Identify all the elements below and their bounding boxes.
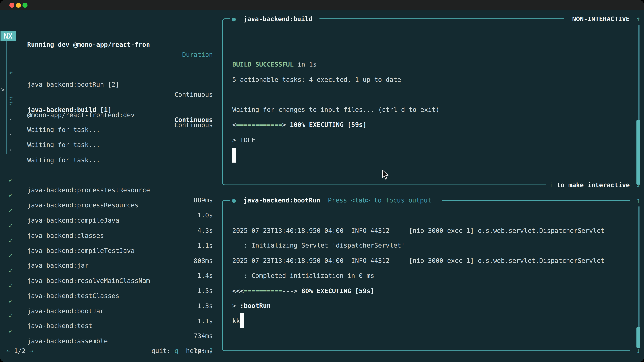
build-panel-title-line: [320, 18, 564, 19]
bootrun-panel-bottom-line: [230, 351, 630, 351]
quit-label: quit:: [152, 347, 170, 355]
scroll-down-arrow[interactable]: ↓: [634, 180, 643, 190]
task-duration: 734ms: [194, 331, 213, 341]
bootrun-progress-bar: <<<==========---> 80% EXECUTING [59s]: [232, 286, 374, 296]
task-row-done[interactable]: ✓ java-backend:assemble 774ms: [0, 316, 218, 326]
task-row-done[interactable]: ✓ java-backend:processResources 1.0s: [0, 180, 218, 190]
task-row-waiting-2[interactable]: · Waiting for task...: [0, 120, 218, 130]
sidebar-title: Running dev @mono-app/react-fron: [27, 39, 150, 50]
task-label: java-backend:assemble: [27, 336, 108, 346]
sidebar-header: Running dev @mono-app/react-fron Duratio…: [0, 29, 218, 39]
build-status-line: BUILD SUCCESSFUL in 1s: [232, 59, 317, 69]
page-next-arrow[interactable]: →: [29, 347, 33, 355]
waiting-changes-line: Waiting for changes to input files... (c…: [232, 105, 440, 115]
terminal-cursor: [240, 313, 244, 328]
panel-dot-icon: ●: [232, 197, 236, 204]
page-indicator: 1/2: [14, 347, 26, 355]
scrollbar-thumb[interactable]: [636, 327, 640, 348]
stdin-input-line[interactable]: kk: [232, 316, 240, 326]
interactive-hint: i to make interactive: [549, 180, 630, 190]
log-line: : Initializing Servlet 'dispatcherServle…: [232, 240, 405, 250]
log-line: : Completed initialization in 0 ms: [232, 271, 374, 281]
log-line: 2025-07-23T13:40:18.950-04:00 INFO 44312…: [232, 256, 604, 266]
close-button[interactable]: [10, 3, 14, 8]
progress-suffix: --->: [282, 287, 298, 295]
progress-suffix: >: [282, 121, 286, 128]
log-line: 2025-07-23T13:40:18.950-04:00 INFO 44312…: [232, 226, 604, 236]
page-prev-arrow[interactable]: ←: [6, 347, 10, 355]
task-row-done[interactable]: ✓ java-backend:resolveMainClassNam 1.5s: [0, 256, 218, 266]
mouse-cursor: [382, 170, 390, 180]
task-row-done[interactable]: ✓ java-backend:compileTestJava 808ms: [0, 226, 218, 236]
task-label: Waiting for task...: [27, 155, 100, 165]
progress-label: 100% EXECUTING [59s]: [290, 121, 366, 128]
zoom-button[interactable]: [22, 3, 28, 8]
window-titlebar: [0, 0, 644, 10]
task-row-done[interactable]: ✓ java-backend:test 734ms: [0, 301, 218, 311]
build-panel-frame: [222, 18, 230, 185]
focus-output-hint: Press <tab> to focus output: [328, 197, 432, 204]
progress-prefix: <: [232, 121, 236, 128]
task-row-waiting-3[interactable]: · Waiting for task...: [0, 135, 218, 145]
build-progress-bar: <============> 100% EXECUTING [59s]: [232, 120, 366, 130]
scroll-down-arrow[interactable]: ↓: [634, 346, 643, 356]
bootrun-panel-title-row[interactable]: ● java-backend:bootRun Press <tab> to fo…: [232, 195, 432, 205]
progress-prefix: <<<: [232, 287, 244, 295]
panel-dot-icon: ●: [232, 15, 236, 23]
help-key[interactable]: ?: [209, 347, 213, 355]
progress-fill: ============: [236, 121, 282, 128]
check-icon: ✓: [9, 326, 12, 336]
task-row-done[interactable]: ✓ java-backend:processTestResource 889ms: [0, 165, 218, 175]
terminal-cursor: [232, 148, 236, 163]
bootrun-panel-title: java-backend:bootRun: [244, 197, 320, 204]
task-row-done[interactable]: ✓ java-backend:testClasses 1.3s: [0, 271, 218, 281]
task-row-waiting-1[interactable]: · Waiting for task...: [0, 105, 218, 115]
waiting-dot-icon: ·: [9, 145, 12, 155]
task-row-bootrun[interactable]: ⠋ java-backend:bootRun [2] Continuous: [0, 59, 218, 69]
build-successful-text: BUILD SUCCESSFUL: [232, 61, 294, 68]
non-interactive-badge: NON-INTERACTIVE: [572, 14, 630, 24]
task-row-done[interactable]: ✓ java-backend:bootJar 1.1s: [0, 286, 218, 296]
progress-fill: ==========: [244, 287, 282, 295]
task-row-done[interactable]: ✓ java-backend:jar 1.4s: [0, 240, 218, 250]
tasks-summary-line: 5 actionable tasks: 4 executed, 1 up-to-…: [232, 75, 401, 85]
bootrun-panel-frame: [222, 200, 230, 351]
quit-key[interactable]: q: [174, 347, 178, 355]
command-caret: >: [232, 302, 240, 309]
duration-column-header: Duration: [182, 50, 213, 60]
command-name: :bootRun: [240, 302, 271, 309]
idle-line: > IDLE: [232, 135, 255, 145]
build-time-text: in 1s: [294, 61, 317, 68]
build-panel-bottom-line: [230, 185, 546, 185]
task-row-react-dev[interactable]: ⠋ @mono-app/react-frontend:dev Continuou…: [0, 90, 218, 100]
task-row-build-selected[interactable]: > ⠋ java-backend:build [1] Continuous: [0, 75, 218, 85]
task-row-done[interactable]: ✓ java-backend:classes 1.1s: [0, 211, 218, 221]
scrollbar-thumb[interactable]: [636, 120, 640, 185]
minimize-button[interactable]: [16, 3, 21, 8]
task-row-done[interactable]: ✓ java-backend:compileJava 4.3s: [0, 195, 218, 205]
scrollbar-track[interactable]: [638, 206, 640, 348]
app-window: NX Running dev @mono-app/react-fron Dura…: [0, 0, 644, 362]
scroll-up-arrow[interactable]: ↑: [634, 195, 643, 205]
build-panel-title: java-backend:build: [244, 15, 312, 23]
gradle-task-line: > :bootRun: [232, 301, 271, 311]
bootrun-panel-title-line: [442, 200, 630, 201]
interactive-hint-key[interactable]: i: [549, 181, 553, 189]
terminal-screen: NX Running dev @mono-app/react-fron Dura…: [0, 10, 644, 362]
help-label: help:: [186, 347, 205, 355]
build-panel-title-row[interactable]: ● java-backend:build: [232, 14, 312, 24]
progress-label: 80% EXECUTING [59s]: [301, 287, 374, 295]
keybind-hints: quit: q help: ?: [152, 346, 213, 356]
interactive-hint-text: to make interactive: [553, 181, 630, 189]
scroll-up-arrow[interactable]: ↑: [634, 14, 643, 24]
pagination: ← 1/2 →: [6, 346, 33, 356]
